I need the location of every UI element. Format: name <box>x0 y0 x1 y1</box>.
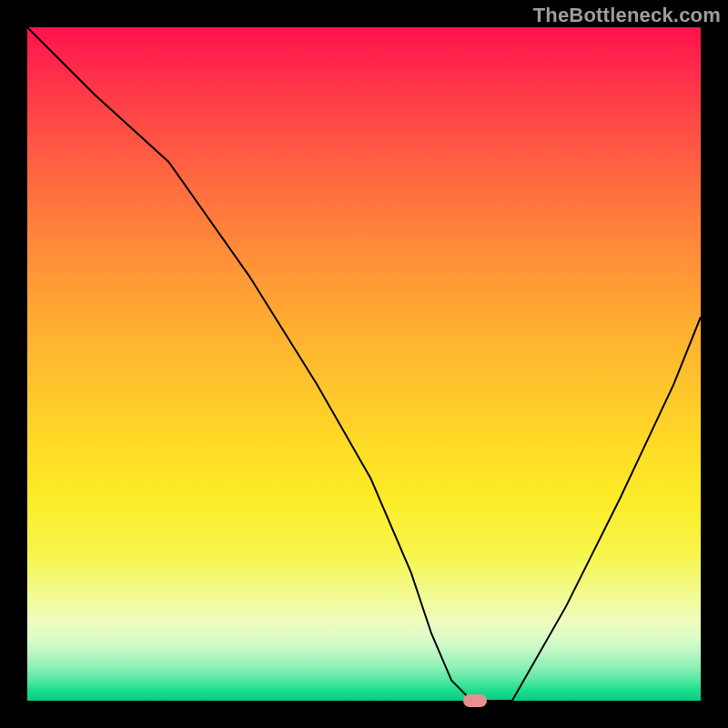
plot-area <box>27 27 701 701</box>
curve-path <box>27 27 701 701</box>
optimal-point-marker <box>463 694 487 707</box>
chart-frame: TheBottleneck.com <box>0 0 728 728</box>
watermark-text: TheBottleneck.com <box>533 4 721 27</box>
bottleneck-curve <box>27 27 701 701</box>
